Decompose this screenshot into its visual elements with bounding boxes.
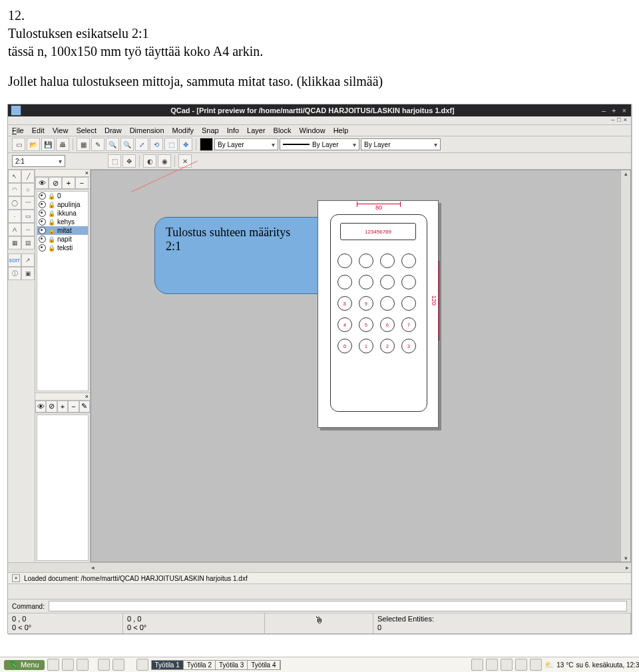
layer-vis-none-icon[interactable]: ⊘ [49,177,62,189]
eye-icon[interactable] [39,218,46,226]
block-vis-icon[interactable]: 👁 [35,401,46,413]
lock-icon[interactable]: 🔒 [48,202,55,208]
layer-add-button[interactable]: + [62,177,75,189]
pp-color-button[interactable]: ◉ [158,154,171,168]
scroll-right-icon[interactable]: ▸ [624,564,631,571]
drawing-canvas[interactable]: Tulostus suhteen määritys 2:1 80 120 123… [91,170,631,562]
zoom-window-button[interactable]: ⬚ [164,138,178,151]
layer-item[interactable]: 🔒mitat [37,226,88,235]
tool-point[interactable]: · [8,210,21,223]
print-button[interactable]: 🖶 [56,138,69,151]
menu-window[interactable]: Window [300,126,325,134]
zoom-prev-button[interactable]: ⟲ [150,138,163,151]
color-swatch[interactable] [200,138,213,151]
tool-line[interactable]: ╱ [21,170,35,183]
start-menu-button[interactable]: 🦎 Menu [4,660,45,670]
taskbar-app-icon[interactable] [47,659,59,671]
eye-icon[interactable] [39,201,46,208]
menu-snap[interactable]: Snap [202,126,219,134]
color-dropdown[interactable]: By Layer [214,138,278,150]
mdi-minimize-button[interactable]: – [611,116,614,124]
pp-fit-button[interactable]: ⬚ [108,154,121,168]
print-scale-dropdown[interactable]: 2:1 [12,155,65,167]
tray-update-icon[interactable] [515,659,527,671]
lineweight-dropdown[interactable]: By Layer [280,138,359,150]
workspace-button[interactable]: Työtila 1 [152,661,184,669]
lock-icon[interactable]: 🔒 [48,219,55,226]
pp-center-button[interactable]: ✥ [122,154,136,168]
close-button[interactable]: × [622,106,626,114]
layer-panel-close-icon[interactable]: × [85,170,89,176]
layer-item[interactable]: 🔒teksti [37,244,88,252]
zoom-pan-button[interactable]: ✥ [179,138,192,151]
menu-edit[interactable]: Edit [32,126,45,134]
lock-icon[interactable]: 🔒 [48,228,55,234]
tool-arc[interactable]: ◠ [8,183,21,196]
save-button[interactable]: 💾 [41,138,55,151]
menu-modify[interactable]: Modify [172,126,194,134]
tool-polyline[interactable]: 〰 [21,196,35,210]
zoom-out-button[interactable]: 🔍 [120,138,134,151]
taskbar-app-icon[interactable] [136,659,148,671]
pp-bw-button[interactable]: ◐ [143,154,156,168]
lock-icon[interactable]: 🔒 [48,236,55,243]
lock-icon[interactable]: 🔒 [48,245,55,252]
layer-item[interactable]: 🔒kehys [37,218,88,226]
tool-info[interactable]: ⓘ [8,267,21,280]
block-edit-icon[interactable]: ✎ [79,401,90,413]
layer-item[interactable]: 🔒apulinja [37,200,88,209]
taskbar-app-icon[interactable] [112,659,124,671]
layer-vis-all-icon[interactable]: 👁 [35,177,49,189]
workspace-button[interactable]: Työtila 3 [216,661,248,669]
workspace-button[interactable]: Työtila 2 [184,661,216,669]
vertical-scrollbar[interactable]: ▴ ▾ [620,170,630,562]
tool-rect[interactable]: ▭ [21,210,35,223]
tool-ellipse[interactable]: ◯ [8,196,21,210]
taskbar-app-icon[interactable] [77,659,89,671]
eye-icon[interactable] [39,244,46,252]
tray-connect-icon[interactable] [486,659,498,671]
lock-icon[interactable]: 🔒 [48,210,55,217]
msg-close-button[interactable]: × [12,574,20,582]
tool-select[interactable]: ▣ [21,267,35,280]
menu-block[interactable]: Block [274,126,292,134]
menu-draw[interactable]: Draw [105,126,122,134]
eye-icon[interactable] [39,227,46,234]
layer-item[interactable]: 🔒ikkuna [37,209,88,218]
tool-circle[interactable]: ○ [21,183,35,196]
menu-view[interactable]: View [53,126,69,134]
tool-cursor[interactable]: ↖ [8,170,21,183]
zoom-auto-button[interactable]: ⤢ [135,138,148,151]
eye-icon[interactable] [39,236,46,243]
linetype-dropdown[interactable]: By Layer [361,138,441,150]
minimize-button[interactable]: – [602,106,606,114]
mdi-restore-button[interactable]: □ [617,116,620,124]
menu-help[interactable]: Help [333,126,349,134]
draft-button[interactable]: ✎ [91,138,105,151]
tool-edit[interactable]: EDIT [8,253,21,267]
horizontal-scrollbar[interactable]: ◂ ▸ [8,562,631,572]
block-remove-button[interactable]: − [68,401,79,413]
block-add-button[interactable]: + [57,401,68,413]
tool-dim[interactable]: ↔ [21,223,35,236]
tool-move[interactable]: ↗ [21,253,35,267]
grid-button[interactable]: ▦ [77,138,90,151]
workspace-button[interactable]: Työtila 4 [248,661,280,669]
eye-icon[interactable] [39,210,46,217]
command-input[interactable] [49,601,627,611]
mdi-close-button[interactable]: × [624,116,627,124]
tool-hatch[interactable]: ▦ [8,236,21,250]
taskbar-app-icon[interactable] [62,659,74,671]
new-button[interactable]: ▭ [12,138,25,151]
menu-dimension[interactable]: Dimension [130,126,164,134]
tray-lock-icon[interactable] [501,659,513,671]
tool-image[interactable]: ▤ [21,236,35,250]
block-panel-close-icon[interactable]: × [85,393,89,400]
menu-file[interactable]: FFileile [12,126,24,134]
open-button[interactable]: 📂 [27,138,40,151]
layer-item[interactable]: 🔒0 [37,192,88,200]
scroll-down-icon[interactable]: ▾ [621,555,630,562]
tray-print-icon[interactable] [471,659,483,671]
tool-text[interactable]: A [8,223,21,236]
layer-item[interactable]: 🔒napit [37,235,88,244]
